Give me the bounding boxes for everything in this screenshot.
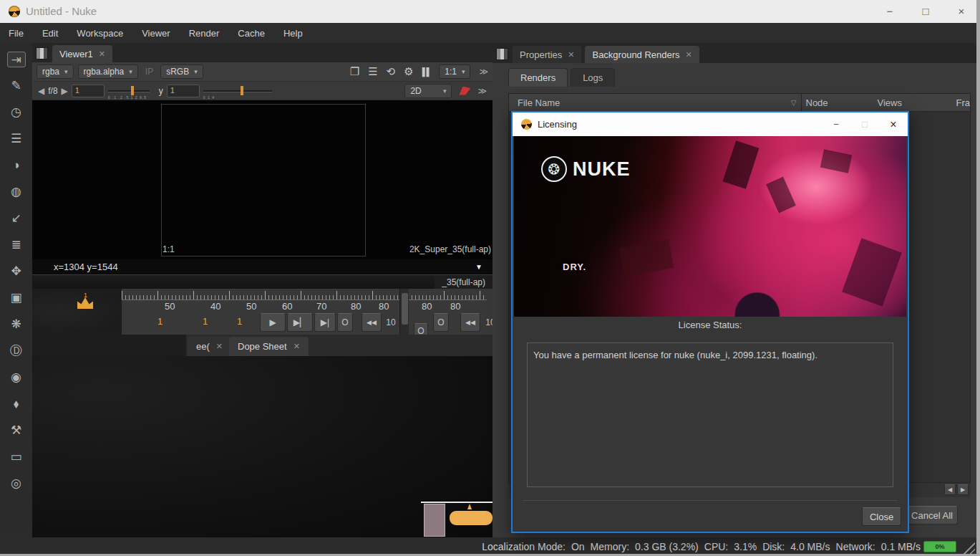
timeline-scrollbar[interactable] xyxy=(399,289,409,335)
roi-brush-icon[interactable] xyxy=(459,87,470,95)
dope-sheet-canvas[interactable] xyxy=(32,356,493,537)
colorspace-dropdown[interactable]: sRGB ▾ xyxy=(160,64,203,79)
3d-icon[interactable]: ▣ xyxy=(7,290,26,306)
skip-back-button[interactable]: ◀◀ xyxy=(362,313,382,332)
gain-slider[interactable]: 0 .1 .2 .5 1 2 9.5 xyxy=(108,86,150,96)
color-icon[interactable]: ◑ xyxy=(7,158,26,173)
channels-dropdown[interactable]: rgba ▾ xyxy=(37,64,74,79)
gain-prev-icon[interactable]: ◀ xyxy=(38,86,44,96)
tab-background-renders[interactable]: Background Renders ✕ xyxy=(585,46,699,63)
partial-tab-label: ee( xyxy=(196,341,210,352)
scroll-left-icon[interactable]: ◀ xyxy=(944,484,956,495)
proxy-toggle-icon[interactable]: ❐ xyxy=(350,65,359,78)
time-icon[interactable]: ◷ xyxy=(7,105,26,120)
menu-edit[interactable]: Edit xyxy=(42,28,58,39)
column-node[interactable]: Node xyxy=(806,97,878,108)
close-button[interactable]: × xyxy=(951,4,972,19)
column-frames[interactable]: Fra xyxy=(956,97,971,108)
filter-icon[interactable]: ◍ xyxy=(7,184,26,200)
furnace-icon[interactable]: ◎ xyxy=(7,476,26,492)
menu-help[interactable]: Help xyxy=(283,28,303,39)
close-tab-icon[interactable]: ✕ xyxy=(293,342,300,351)
zoom-dropdown[interactable]: 1:1 ▾ xyxy=(439,64,470,79)
keyer-icon[interactable]: ↙ xyxy=(7,211,26,226)
viewer-icon-cluster: ❐ ☰ ⟲ ⚙ ▌▌ 1:1 ▾ ≫ xyxy=(350,64,488,79)
toolsets-icon[interactable]: ⚒ xyxy=(7,423,26,438)
properties-tab-label: Properties xyxy=(520,49,562,60)
close-tab-icon[interactable]: ✕ xyxy=(99,49,105,59)
panel-menu-icon[interactable] xyxy=(496,48,508,60)
localization-status-badge[interactable]: 0% xyxy=(923,541,956,552)
slider-handle[interactable] xyxy=(241,86,243,95)
node-rect[interactable] xyxy=(424,504,445,537)
wipe-lines-icon[interactable]: ☰ xyxy=(368,65,377,78)
draw-icon[interactable]: ✎ xyxy=(7,78,26,94)
dialog-close-button[interactable]: Close xyxy=(862,507,901,526)
minimize-button[interactable]: − xyxy=(879,4,901,19)
scrollbar-handle[interactable] xyxy=(402,293,408,325)
play-step-button[interactable]: ▶▏ xyxy=(287,313,313,332)
input-process-toggle[interactable]: IP xyxy=(142,67,156,77)
other-icon[interactable]: ▭ xyxy=(7,449,26,465)
skip-back-button[interactable]: ◀◀ xyxy=(460,313,480,332)
tab-partial[interactable]: ee( ✕ xyxy=(188,337,231,356)
menu-workspace[interactable]: Workspace xyxy=(77,28,123,39)
subtab-logs[interactable]: Logs xyxy=(571,68,615,87)
play-button[interactable]: ▶ xyxy=(260,313,286,332)
dialog-close-icon[interactable]: × xyxy=(879,112,908,136)
close-tab-icon[interactable]: ✕ xyxy=(686,50,692,59)
deep-icon[interactable]: Ⓓ xyxy=(7,343,26,359)
view-mode-dropdown[interactable]: 2D ▾ xyxy=(404,84,452,98)
dropdown-triangle-icon[interactable]: ▼ xyxy=(475,263,482,271)
gamma-input[interactable]: 1 xyxy=(167,85,200,97)
expand-chevrons-icon[interactable]: ≫ xyxy=(479,67,488,77)
tab-dope-sheet[interactable]: Dope Sheet ✕ xyxy=(229,337,309,356)
dialog-minimize-button[interactable]: − xyxy=(822,112,850,136)
menu-file[interactable]: File xyxy=(9,28,24,39)
particles-icon[interactable]: ❋ xyxy=(7,317,26,332)
sort-icon[interactable]: ▽ xyxy=(791,99,797,107)
title-bar[interactable]: Untitled - Nuke − □ × xyxy=(0,0,976,23)
viewer-toolbar-top: rgba ▾ rgba.alpha ▾ IP sRGB ▾ ❐ ☰ ⟲ ⚙ ▌▌… xyxy=(32,62,493,82)
image-node-icon[interactable]: ⇥ xyxy=(7,52,26,67)
panel-menu-icon[interactable] xyxy=(36,47,48,59)
viewer-viewport[interactable]: 1:1 2K_Super_35(full-ap) xyxy=(32,100,493,259)
gamma-slider[interactable]: 0 1 4 xyxy=(203,86,272,96)
metadata-icon[interactable]: ⬧ xyxy=(7,396,26,412)
column-file-name[interactable]: File Name xyxy=(518,97,560,108)
gain-input[interactable]: 1 xyxy=(72,85,105,97)
menu-render[interactable]: Render xyxy=(189,28,220,39)
selected-node[interactable] xyxy=(450,511,493,525)
views-icon[interactable]: ◉ xyxy=(7,370,26,385)
dialog-title-bar[interactable]: Licensing − □ × xyxy=(513,112,908,136)
cancel-all-button[interactable]: Cancel All xyxy=(906,506,958,524)
network-value: 0.1 MB/s xyxy=(881,541,921,552)
gain-next-icon[interactable]: ▶ xyxy=(62,86,68,96)
ruler-number: 80 xyxy=(379,301,389,312)
menu-viewer[interactable]: Viewer xyxy=(142,28,170,39)
tab-viewer1[interactable]: Viewer1 ✕ xyxy=(52,45,112,62)
layer-dropdown[interactable]: rgba.alpha ▾ xyxy=(78,64,138,79)
frame-ruler[interactable] xyxy=(122,291,487,300)
slider-handle[interactable] xyxy=(131,86,134,95)
maximize-button[interactable]: □ xyxy=(915,4,936,19)
transform-icon[interactable]: ✥ xyxy=(7,264,26,279)
refresh-icon[interactable]: ⟲ xyxy=(387,65,396,78)
playhead-marker-icon[interactable] xyxy=(77,297,93,309)
column-views[interactable]: Views xyxy=(878,97,956,108)
subtab-renders[interactable]: Renders xyxy=(508,68,568,87)
background-renders-tab-label: Background Renders xyxy=(592,49,679,60)
tab-properties[interactable]: Properties ✕ xyxy=(513,46,581,63)
zero-button[interactable]: O xyxy=(337,313,353,332)
zero-button[interactable]: O xyxy=(433,313,449,332)
close-tab-icon[interactable]: ✕ xyxy=(216,342,223,351)
go-to-end-button[interactable]: ▶| xyxy=(314,313,336,332)
pause-icon[interactable]: ▌▌ xyxy=(422,67,431,76)
expand-chevrons-icon[interactable]: ≫ xyxy=(477,86,487,96)
settings-gear-icon[interactable]: ⚙ xyxy=(404,65,413,78)
channel-icon[interactable]: ☰ xyxy=(7,131,26,147)
merge-icon[interactable]: ≣ xyxy=(7,237,26,253)
close-tab-icon[interactable]: ✕ xyxy=(568,50,574,59)
menu-cache[interactable]: Cache xyxy=(238,28,265,39)
scroll-right-icon[interactable]: ▶ xyxy=(957,484,969,495)
